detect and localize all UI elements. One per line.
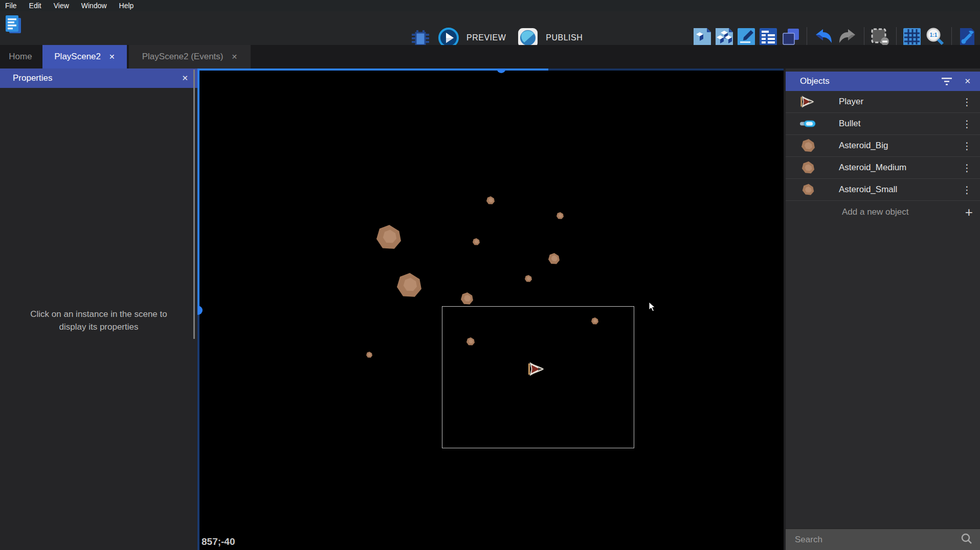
menu-bar: File Edit View Window Help: [0, 0, 980, 11]
undo-icon[interactable]: [814, 28, 833, 45]
kebab-menu-icon[interactable]: ⋮: [962, 118, 972, 130]
pencil-edit-icon[interactable]: [738, 28, 755, 45]
vertical-scroll-knob[interactable]: [197, 306, 203, 315]
menu-file[interactable]: File: [5, 2, 17, 10]
tab-playscene2[interactable]: PlayScene2 ✕: [42, 45, 127, 68]
asteroid-instance[interactable]: [555, 211, 565, 220]
tab-close-icon[interactable]: ✕: [109, 53, 115, 61]
kebab-menu-icon[interactable]: ⋮: [962, 162, 972, 174]
properties-scrollbar[interactable]: [193, 70, 195, 339]
horizontal-scroll-line[interactable]: [197, 68, 548, 71]
asteroid-icon: [799, 161, 817, 175]
kebab-menu-icon[interactable]: ⋮: [962, 140, 972, 152]
asteroid-instance[interactable]: [590, 316, 599, 326]
camera-border-rect: [442, 306, 634, 448]
asteroid-instance[interactable]: [524, 274, 533, 283]
cursor-coordinates: 857;-40: [202, 536, 235, 547]
toolbar: PREVIEW PUBLISH: [0, 11, 980, 45]
mouse-cursor: [649, 302, 659, 313]
asteroid-instance[interactable]: [472, 237, 481, 246]
toolbar-separator: [896, 27, 897, 47]
plus-icon[interactable]: +: [965, 204, 973, 220]
asteroid-icon: [799, 138, 817, 153]
objects-title: Objects: [800, 76, 830, 86]
preview-button[interactable]: PREVIEW: [466, 33, 506, 42]
gdevelop-window: File Edit View Window Help: [0, 0, 980, 550]
object-label: Asteroid_Big: [839, 141, 888, 151]
bullet-icon: [799, 120, 817, 127]
object-label: Asteroid_Small: [839, 185, 897, 195]
properties-empty-message: Click on an instance in the scene to dis…: [22, 308, 175, 333]
object-row-asteroid-big[interactable]: Asteroid_Big ⋮: [786, 135, 980, 157]
scene-file-icon[interactable]: [694, 28, 711, 45]
object-row-asteroid-medium[interactable]: Asteroid_Medium ⋮: [786, 157, 980, 179]
menu-help[interactable]: Help: [119, 2, 134, 10]
objects-header: Objects ✕: [786, 72, 980, 91]
object-row-player[interactable]: Player ⋮: [786, 91, 980, 113]
kebab-menu-icon[interactable]: ⋮: [962, 96, 972, 108]
menu-edit[interactable]: Edit: [29, 2, 41, 10]
object-row-asteroid-small[interactable]: Asteroid_Small ⋮: [786, 179, 980, 201]
search-bar: [786, 529, 980, 550]
menu-window[interactable]: Window: [81, 2, 107, 10]
project-manager-icon[interactable]: [4, 14, 23, 35]
vertical-scroll-line[interactable]: [197, 68, 199, 310]
search-input[interactable]: [795, 535, 961, 545]
properties-panel: Properties ✕ Click on an instance in the…: [0, 68, 197, 550]
toolbar-separator: [807, 27, 807, 47]
objects-panel: Objects ✕ Player ⋮: [784, 68, 980, 550]
deselect-icon[interactable]: [871, 28, 889, 45]
asteroid-instance[interactable]: [547, 252, 561, 265]
add-object-row[interactable]: Add a new object +: [786, 201, 980, 223]
asteroid-instance[interactable]: [460, 291, 474, 306]
asteroid-instance[interactable]: [485, 195, 496, 205]
tab-playscene2-label: PlayScene2: [54, 52, 101, 62]
asteroid-instance[interactable]: [365, 351, 373, 359]
scene-properties-icon[interactable]: [959, 28, 976, 46]
svg-text:1:1: 1:1: [930, 32, 938, 38]
toolbar-separator: [864, 27, 864, 47]
search-icon: [961, 533, 973, 547]
object-label: Player: [839, 97, 863, 107]
tab-close-icon[interactable]: ✕: [232, 53, 238, 61]
asteroid-instance[interactable]: [396, 272, 422, 299]
add-object-label: Add a new object: [842, 207, 908, 217]
properties-title: Properties: [13, 73, 52, 83]
asteroid-instance[interactable]: [375, 224, 402, 250]
filter-icon[interactable]: [942, 78, 952, 85]
zoom-original-icon[interactable]: 1:1: [925, 27, 945, 47]
toolbar-separator: [951, 27, 952, 47]
asteroid-instance[interactable]: [465, 336, 476, 347]
tab-events-label: PlayScene2 (Events): [142, 52, 224, 62]
horizontal-scroll-knob[interactable]: [497, 68, 506, 73]
scene-canvas[interactable]: 857;-40: [197, 68, 784, 550]
layers-icon[interactable]: [782, 28, 800, 46]
close-icon[interactable]: ✕: [182, 74, 188, 83]
tab-playscene2-events[interactable]: PlayScene2 (Events) ✕: [129, 45, 251, 68]
player-ship-icon: [799, 96, 817, 108]
grid-icon[interactable]: [903, 28, 921, 45]
object-label: Bullet: [839, 119, 861, 129]
redo-icon[interactable]: [838, 28, 857, 45]
tab-home[interactable]: Home: [0, 45, 41, 68]
horizontal-scroll-line-dark[interactable]: [548, 68, 784, 71]
kebab-menu-icon[interactable]: ⋮: [962, 184, 972, 196]
publish-button[interactable]: PUBLISH: [546, 33, 583, 42]
vertical-scroll-line-dark[interactable]: [197, 310, 199, 550]
asteroid-icon: [799, 183, 817, 196]
properties-header: Properties ✕: [0, 68, 197, 88]
player-instance[interactable]: [528, 362, 546, 376]
objects-panel-body: [786, 223, 980, 529]
objects-cubes-icon[interactable]: [716, 28, 733, 45]
object-label: Asteroid_Medium: [839, 163, 906, 173]
tab-home-label: Home: [9, 52, 32, 62]
menu-view[interactable]: View: [54, 2, 69, 10]
tab-bar: Home PlayScene2 ✕ PlayScene2 (Events) ✕: [0, 45, 980, 68]
close-icon[interactable]: ✕: [964, 77, 971, 86]
instances-list-icon[interactable]: [760, 28, 777, 45]
object-row-bullet[interactable]: Bullet ⋮: [786, 113, 980, 135]
